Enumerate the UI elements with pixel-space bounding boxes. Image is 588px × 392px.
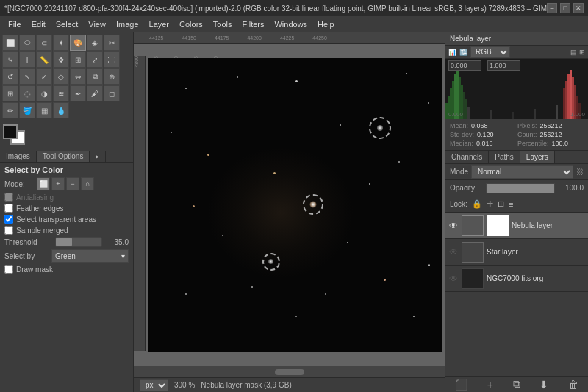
tool-perspective[interactable]: ◇ — [53, 68, 69, 85]
menu-tools[interactable]: Tools — [208, 18, 237, 30]
tool-move[interactable]: ✥ — [53, 51, 69, 68]
hist-view-icon[interactable]: ▤ — [570, 49, 577, 56]
canvas-main[interactable] — [146, 44, 445, 366]
layer-item-ngc7000[interactable]: 👁 NGC7000 fits org — [445, 266, 588, 292]
tool-rotate[interactable]: ↺ — [2, 68, 18, 85]
blend-mode-select[interactable]: Normal Multiply Screen Overlay — [471, 165, 573, 179]
layer-visibility-ngc7000[interactable]: 👁 — [448, 274, 459, 284]
tool-measure[interactable]: 📏 — [36, 51, 52, 68]
threshold-slider[interactable] — [55, 237, 102, 247]
menu-colors[interactable]: Colors — [174, 18, 208, 30]
menu-layer[interactable]: Layer — [144, 18, 175, 30]
tool-paint[interactable]: 🖌 — [87, 85, 103, 101]
opacity-slider[interactable] — [486, 183, 555, 193]
mode-replace[interactable]: ⬜ — [37, 177, 50, 190]
antialiasing-row: Antialiasing — [4, 193, 129, 202]
tool-ink[interactable]: ✒ — [70, 85, 86, 101]
layer-item-star[interactable]: 👁 Star layer — [445, 239, 588, 266]
hist-min: 0.000 — [448, 111, 463, 118]
tool-text[interactable]: T — [19, 51, 35, 68]
mode-add[interactable]: + — [51, 177, 65, 190]
opacity-label: Opacity — [450, 184, 483, 192]
channel-select[interactable]: RGB Red Green Blue — [470, 46, 510, 58]
lock-pixels-icon[interactable]: 🔒 — [472, 199, 482, 209]
tab-tool-options[interactable]: Tool Options — [37, 151, 90, 162]
tool-flip[interactable]: ⇔ — [70, 68, 86, 85]
lock-visibility-icon[interactable]: ≡ — [509, 200, 513, 209]
maximize-button[interactable]: □ — [560, 3, 570, 13]
tool-crop[interactable]: ⛶ — [104, 51, 120, 68]
tool-ellipse-select[interactable]: ⬭ — [19, 35, 35, 51]
draw-mask-checkbox[interactable] — [4, 265, 13, 274]
tool-align[interactable]: ⊞ — [70, 51, 86, 68]
hist-log-icon[interactable]: ⊞ — [579, 49, 585, 56]
tool-free-select[interactable]: ⊂ — [36, 35, 52, 51]
tool-scale[interactable]: ⤡ — [19, 68, 35, 85]
tool-select-color[interactable]: 🎨 — [70, 35, 86, 51]
mode-intersect[interactable]: ∩ — [81, 177, 94, 190]
tool-smudge[interactable]: ≋ — [53, 85, 69, 101]
tab-paths[interactable]: Paths — [489, 151, 520, 163]
tool-eyedropper[interactable]: 💧 — [53, 102, 69, 118]
layers-list: 👁 Nebula layer 👁 Star layer — [445, 213, 588, 376]
layer-mask-thumb-nebula — [487, 215, 509, 236]
tool-blur[interactable]: ◌ — [19, 85, 35, 101]
mean-label: Mean: — [450, 122, 468, 129]
tool-perspective-clone[interactable]: ⊞ — [2, 85, 18, 101]
feather-checkbox[interactable] — [4, 204, 13, 213]
scroll-thumb[interactable] — [275, 369, 304, 375]
close-button[interactable]: ✕ — [573, 3, 584, 13]
tool-clone[interactable]: ⧉ — [87, 68, 103, 85]
layer-item-nebula[interactable]: 👁 Nebula layer — [445, 213, 588, 239]
layer-link-icon[interactable]: ⛓ — [576, 168, 584, 176]
tool-gradient[interactable]: ▦ — [36, 102, 52, 118]
delete-layer-button[interactable]: 🗑 — [568, 379, 578, 391]
tool-eraser[interactable]: ◻ — [104, 85, 120, 101]
tool-paths[interactable]: ⤷ — [2, 51, 18, 68]
menu-image[interactable]: Image — [111, 18, 144, 30]
star — [384, 279, 386, 281]
lock-position-icon[interactable]: ✛ — [487, 199, 493, 209]
layer-visibility-nebula[interactable]: 👁 — [448, 221, 459, 231]
tool-shear[interactable]: ⤢ — [36, 68, 52, 85]
tab-channels[interactable]: Channels — [445, 151, 489, 163]
star — [295, 316, 297, 317]
new-layer-button[interactable]: + — [487, 379, 493, 391]
tab-expand[interactable]: ▸ — [90, 151, 106, 162]
histogram-toolbar: 📊 🔃 RGB Red Green Blue ▤ ⊞ — [445, 46, 588, 59]
tab-layers[interactable]: Layers — [520, 151, 555, 163]
tool-pencil[interactable]: ✏ — [2, 102, 18, 118]
antialiasing-checkbox[interactable] — [4, 193, 13, 202]
menu-filters[interactable]: Filters — [237, 18, 270, 30]
transparent-checkbox[interactable] — [4, 215, 13, 224]
tool-fuzzy-select[interactable]: ✦ — [53, 35, 69, 51]
menu-edit[interactable]: Edit — [26, 18, 51, 30]
menu-select[interactable]: Select — [51, 18, 84, 30]
tool-dodge-burn[interactable]: ◑ — [36, 85, 52, 101]
tool-rect-select[interactable]: ⬜ — [2, 35, 18, 51]
tab-images[interactable]: Images — [0, 151, 37, 162]
hist-range-min[interactable] — [448, 60, 481, 71]
merge-down-button[interactable]: ⬇ — [539, 379, 548, 391]
canvas-image[interactable] — [148, 58, 442, 352]
select-by-dropdown[interactable]: Green ▾ — [51, 249, 129, 263]
menu-file[interactable]: File — [3, 18, 26, 30]
menu-windows[interactable]: Windows — [269, 18, 312, 30]
new-layer-group-button[interactable]: ⬛ — [455, 379, 467, 391]
zoom-select[interactable]: px — [140, 379, 168, 391]
duplicate-layer-button[interactable]: ⧉ — [513, 378, 520, 391]
menu-view[interactable]: View — [83, 18, 111, 30]
menu-help[interactable]: Help — [312, 18, 340, 30]
minimize-button[interactable]: – — [547, 3, 557, 13]
foreground-color-swatch[interactable] — [3, 124, 18, 139]
tool-foreground-select[interactable]: ◈ — [87, 35, 103, 51]
layer-visibility-star[interactable]: 👁 — [448, 247, 459, 257]
tool-transform[interactable]: ⤢ — [87, 51, 103, 68]
merged-checkbox[interactable] — [4, 226, 13, 235]
mode-subtract[interactable]: − — [66, 177, 79, 190]
tool-heal[interactable]: ⊕ — [104, 68, 120, 85]
tool-bucket[interactable]: 🪣 — [19, 102, 35, 118]
tool-scissors[interactable]: ✂ — [104, 35, 120, 51]
hist-range-max[interactable] — [487, 60, 520, 71]
lock-alpha-icon[interactable]: ⊞ — [498, 199, 504, 209]
